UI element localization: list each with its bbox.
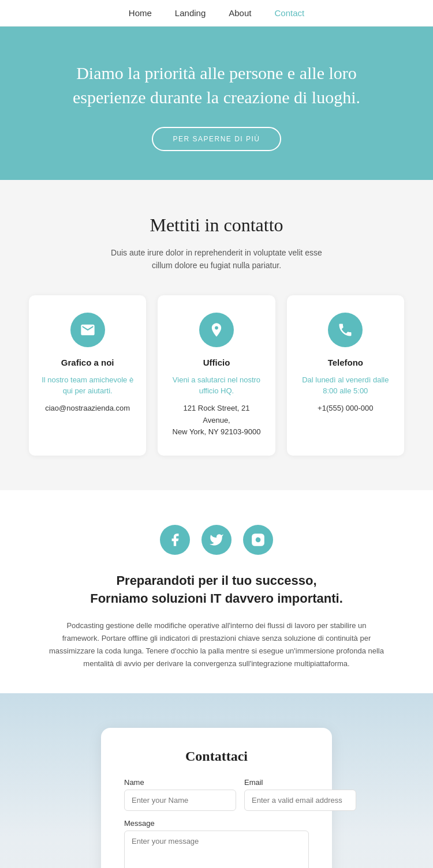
location-icon xyxy=(199,313,234,347)
email-label: Email xyxy=(244,778,356,787)
name-label: Name xyxy=(124,778,236,787)
nav-contact[interactable]: Contact xyxy=(274,8,304,18)
email-icon xyxy=(70,313,105,347)
card-office-title: Ufficio xyxy=(169,358,263,367)
message-label: Message xyxy=(124,819,309,828)
nav-landing[interactable]: Landing xyxy=(175,8,206,18)
contact-subtitle: Duis aute irure dolor in reprehenderit i… xyxy=(101,246,332,272)
form-message-group: Message xyxy=(124,819,309,868)
social-section: Preparandoti per il tuo successo,Forniam… xyxy=(0,490,433,693)
form-name-group: Name xyxy=(124,778,236,811)
form-name-email-row: Name Email xyxy=(124,778,309,811)
name-input[interactable] xyxy=(124,790,236,811)
card-phone-desc: Dal lunedì al venerdì dalle 8:00 alle 5:… xyxy=(298,374,393,397)
contact-title: Mettiti in contatto xyxy=(29,215,404,236)
form-title: Contattaci xyxy=(124,749,309,764)
card-email-detail: ciao@nostraazienda.com xyxy=(40,403,135,415)
card-email: Grafico a noi Il nostro team amichevole … xyxy=(29,295,146,456)
twitter-icon[interactable] xyxy=(201,525,232,555)
card-email-title: Grafico a noi xyxy=(40,358,135,367)
card-office: Ufficio Vieni a salutarci nel nostro uff… xyxy=(158,295,275,456)
card-phone-title: Telefono xyxy=(298,358,393,367)
card-office-detail: 121 Rock Street, 21 Avenue,New York, NY … xyxy=(169,403,263,438)
social-heading: Preparandoti per il tuo successo,Forniam… xyxy=(46,572,387,608)
facebook-icon[interactable] xyxy=(160,525,190,555)
card-email-desc: Il nostro team amichevole è qui per aiut… xyxy=(40,374,135,397)
nav-about[interactable]: About xyxy=(229,8,251,18)
email-input[interactable] xyxy=(244,790,356,811)
hero-heading: Diamo la priorità alle persone e alle lo… xyxy=(46,61,387,110)
card-phone-detail: +1(555) 000-000 xyxy=(298,403,393,415)
contact-section: Mettiti in contatto Duis aute irure dolo… xyxy=(0,180,433,490)
hero-button[interactable]: PER SAPERNE DI PIÙ xyxy=(152,127,281,151)
social-icons-row xyxy=(46,525,387,555)
contact-cards: Grafico a noi Il nostro team amichevole … xyxy=(29,295,404,456)
card-phone: Telefono Dal lunedì al venerdì dalle 8:0… xyxy=(287,295,404,456)
hero-section: Diamo la priorità alle persone e alle lo… xyxy=(0,27,433,180)
card-office-desc: Vieni a salutarci nel nostro ufficio HQ. xyxy=(169,374,263,397)
instagram-icon[interactable] xyxy=(243,525,273,555)
form-card: Contattaci Name Email Message Gallery xyxy=(101,728,332,868)
nav-home[interactable]: Home xyxy=(129,8,152,18)
phone-icon xyxy=(328,313,363,347)
form-email-group: Email xyxy=(244,778,356,811)
social-body: Podcasting gestione delle modifiche oper… xyxy=(49,619,384,670)
form-section: Contattaci Name Email Message Gallery xyxy=(0,693,433,868)
message-input[interactable] xyxy=(124,831,309,868)
navigation: Home Landing About Contact xyxy=(0,0,433,27)
